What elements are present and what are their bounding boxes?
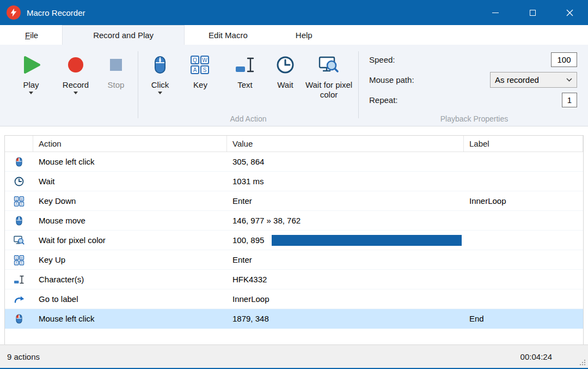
header-value[interactable]: Value: [227, 136, 464, 152]
text-button[interactable]: Text: [223, 49, 267, 113]
table-body: Mouse left click 305, 864 Wait 1031 ms Q…: [5, 152, 583, 329]
record-label: Record: [63, 80, 89, 90]
clock-icon: [274, 51, 296, 78]
speed-input[interactable]: [551, 52, 577, 67]
repeat-label: Repeat:: [369, 95, 398, 105]
mouse-path-label: Mouse path:: [369, 75, 414, 84]
svg-text:A: A: [15, 202, 17, 205]
action-cell: Wait for pixel color: [39, 235, 106, 245]
play-dropdown-icon[interactable]: [29, 92, 33, 94]
value-cell: HFK4332: [232, 275, 267, 284]
svg-text:Q: Q: [15, 256, 18, 259]
repeat-input[interactable]: [562, 93, 577, 107]
close-button[interactable]: [551, 0, 588, 25]
clock-icon: [13, 176, 25, 187]
stop-icon: [105, 51, 127, 78]
macro-recorder-window: Macro Recorder File Record and Play Edit…: [0, 0, 588, 369]
value-cell: InnerLoop: [232, 294, 270, 304]
record-button[interactable]: Record: [53, 49, 98, 113]
value-cell: 1879, 348: [232, 314, 269, 323]
table-row[interactable]: Mouse left click 1879, 348 End: [5, 309, 583, 329]
ribbon-separator: [138, 51, 138, 118]
mouse-click-icon: [13, 313, 25, 325]
resize-grip[interactable]: [579, 359, 586, 366]
play-label: Play: [23, 80, 39, 90]
wait-button[interactable]: Wait: [267, 49, 303, 113]
tab-file[interactable]: File: [1, 25, 62, 45]
repeat-row: Repeat:: [369, 92, 577, 108]
click-dropdown-icon[interactable]: [158, 92, 162, 94]
ribbon: Play Record Stop: [0, 45, 588, 126]
action-cell: Mouse left click: [39, 157, 95, 166]
wait-for-pixel-color-label: Wait for pixel color: [303, 80, 354, 100]
key-button[interactable]: QWAS Key: [178, 49, 223, 113]
table-row[interactable]: Wait 1031 ms: [5, 172, 583, 191]
value-cell: 100, 895: [232, 235, 264, 245]
svg-text:W: W: [202, 57, 207, 63]
header-action[interactable]: Action: [33, 136, 227, 152]
table-row[interactable]: Mouse move 146, 977 » 38, 762: [5, 211, 583, 231]
key-label: Key: [193, 80, 207, 90]
main-content: Action Value Label Mouse left click 305,…: [0, 126, 588, 344]
click-button[interactable]: Click: [142, 49, 178, 113]
add-action-group: Click QWAS Key: [140, 45, 357, 126]
stop-button[interactable]: Stop: [98, 49, 134, 113]
pixel-color-icon: [13, 234, 25, 246]
wait-for-pixel-color-button[interactable]: Wait for pixel color: [303, 49, 354, 113]
table-header: Action Value Label: [5, 136, 583, 152]
action-cell: Mouse move: [39, 216, 85, 225]
text-input-icon: [234, 51, 256, 78]
svg-text:S: S: [203, 67, 207, 73]
tab-record-and-play[interactable]: Record and Play: [62, 25, 185, 45]
play-icon: [20, 51, 42, 78]
play-button[interactable]: Play: [9, 49, 53, 113]
click-label: Click: [151, 80, 169, 90]
header-value-label: Value: [232, 139, 253, 148]
table-row[interactable]: QWAS Key Up Enter: [5, 250, 583, 270]
keyboard-keys-icon: QWAS: [189, 51, 211, 78]
text-label: Text: [237, 80, 253, 90]
table-row[interactable]: Mouse left click 305, 864: [5, 152, 583, 172]
playback-properties-caption: Playback Properties: [360, 114, 588, 123]
tab-help[interactable]: Help: [272, 25, 336, 45]
table-row[interactable]: Go to label InnerLoop: [5, 289, 583, 309]
table-row[interactable]: Wait for pixel color 100, 895: [5, 231, 583, 250]
action-cell: Character(s): [39, 275, 84, 284]
header-icon-column[interactable]: [5, 136, 33, 152]
svg-text:A: A: [15, 261, 17, 264]
svg-text:S: S: [21, 202, 23, 205]
svg-text:A: A: [193, 67, 197, 73]
mouse-click-icon: [13, 156, 25, 168]
table-row[interactable]: QWAS Key Down Enter InnerLoop: [5, 191, 583, 211]
maximize-button[interactable]: [514, 0, 551, 25]
ribbon-separator: [358, 51, 359, 118]
chevron-down-icon: [566, 78, 572, 82]
statusbar: 9 actions 00:04:24: [0, 344, 588, 368]
tab-file-label: File: [25, 31, 38, 40]
header-label-label: Label: [469, 139, 489, 148]
elapsed-time: 00:04:24: [520, 352, 552, 361]
playback-properties-group: Speed: Mouse path: As recorded Repeat: P…: [360, 45, 588, 126]
mouse-move-icon: [13, 215, 25, 227]
tab-edit-macro-label: Edit Macro: [209, 31, 248, 40]
record-dropdown-icon[interactable]: [74, 92, 78, 94]
value-cell: Enter: [232, 196, 252, 205]
speed-label: Speed:: [369, 55, 395, 64]
value-cell: Enter: [232, 255, 252, 264]
label-cell: InnerLoop: [469, 196, 506, 205]
app-logo-icon: [7, 5, 21, 20]
goto-icon: [13, 293, 25, 305]
mouse-path-value: As recorded: [495, 75, 539, 84]
caption-buttons: [477, 0, 588, 25]
tab-edit-macro[interactable]: Edit Macro: [185, 25, 272, 45]
minimize-button[interactable]: [477, 0, 514, 25]
titlebar: Macro Recorder: [0, 0, 588, 25]
table-row[interactable]: Character(s) HFK4332: [5, 270, 583, 289]
mouse-path-select[interactable]: As recorded: [490, 72, 577, 88]
action-cell: Wait: [39, 177, 54, 186]
stop-label: Stop: [108, 80, 125, 90]
add-action-group-caption: Add Action: [140, 114, 357, 123]
record-icon: [65, 51, 87, 78]
header-label[interactable]: Label: [464, 136, 583, 152]
value-cell: 305, 864: [232, 157, 264, 166]
